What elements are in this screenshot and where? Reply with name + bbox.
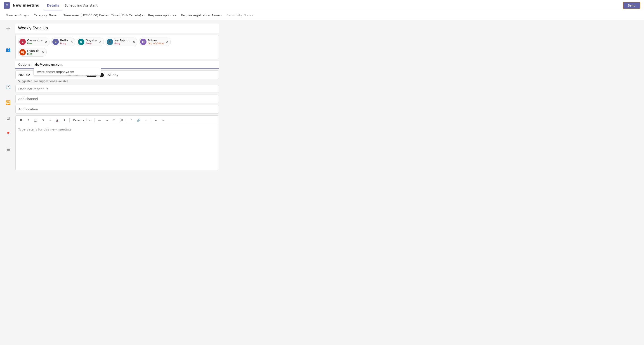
send-button[interactable]: Send [623,2,640,9]
chevron-down-icon: ▾ [175,14,176,17]
attendee-name: Onyeka [86,39,97,42]
show-as-label: Show as: Busy [6,14,27,17]
attendee-name: Hyun-Jin [27,49,40,53]
highlight-button[interactable]: ✦ [47,117,53,123]
font-size-button[interactable]: A [61,117,68,123]
timezone-label: Time zone: (UTC-05:00) Eastern Time (US … [64,14,141,17]
channel-icon: ⊡ [6,116,10,121]
tab-scheduling[interactable]: Scheduling Assistant [62,1,100,11]
quote-button[interactable]: “ [128,117,134,123]
attendee-status: Out of Office [148,42,164,45]
attendee-chip: M Mihae Out of Office ✕ [139,38,170,46]
remove-attendee-button[interactable]: ✕ [99,40,102,44]
category-label: Category: None [34,14,56,17]
tab-details[interactable]: Details [44,1,62,11]
redo-button[interactable]: ↪ [160,117,166,123]
attendee-chip: B Betty Busy ✕ [51,38,75,46]
header: ☰ New meeting Details Scheduling Assista… [0,0,644,11]
attendee-name: Joy Fajardo [114,39,130,42]
remove-attendee-button[interactable]: ✕ [42,51,44,54]
font-color-button[interactable]: A [54,117,60,123]
attendee-chip: O Onyeka Busy ✕ [77,38,104,46]
response-options-dropdown[interactable]: Response options ▾ [146,13,178,18]
chevron-down-icon: ▾ [46,87,48,91]
chevron-down-icon: ▾ [28,14,29,17]
attendee-chip: C Cassandra Free ✕ [18,38,50,46]
attendee-chip: JF Joy Fajardo Busy ✕ [106,38,138,46]
response-options-label: Response options [148,14,174,17]
undo-button[interactable]: ↩ [153,117,159,123]
location-icon: 📍 [6,131,10,136]
chevron-down-icon: ▾ [58,14,58,17]
attendee-chip: HJ Hyun-Jin Free ✕ [18,48,46,57]
attendee-name: Mihae [148,39,164,42]
header-tabs: Details Scheduling Assistant [44,1,100,11]
category-dropdown[interactable]: Category: None ▾ [32,13,60,18]
chevron-down-icon: ▾ [220,14,222,17]
paragraph-dropdown[interactable]: Paragraph ▾ [72,118,92,123]
editor-content[interactable]: Type details for this new meeting [16,125,218,170]
timezone-dropdown[interactable]: Time zone: (UTC-05:00) Eastern Time (US … [62,13,145,18]
remove-attendee-button[interactable]: ✕ [133,40,136,44]
avatar: HJ [20,49,26,56]
sensitivity-label: Sensitivity: None [227,14,251,17]
suggested-text: Suggested: No suggestions available. [15,79,219,83]
attendee-status: Busy [86,42,97,45]
remove-attendee-button[interactable]: ✕ [166,40,169,44]
avatar: JF [107,39,113,45]
clock-icon: 🕐 [6,85,10,89]
repeat-icon: 🔁 [6,100,10,105]
editor-toolbar: B I U S ✦ A A Paragraph ▾ ⇤ ⇥ ☰ ⑴ “ 🔗 [16,116,218,125]
optional-input[interactable] [34,63,216,66]
sensitivity-dropdown[interactable]: Sensitivity: None ▾ [225,13,255,18]
form-area: C Cassandra Free ✕ B Betty Busy ✕ O [15,24,219,170]
allday-label: All day [108,73,118,77]
invite-suggestion[interactable]: Invite abc@company.com [34,68,101,76]
page-title: New meeting [13,3,40,8]
attendee-name: Betty [60,39,68,42]
bold-button[interactable]: B [18,117,24,123]
avatar: O [78,39,84,45]
remove-attendee-button[interactable]: ✕ [70,40,73,44]
strikethrough-button[interactable]: S [40,117,46,123]
editor-box: B I U S ✦ A A Paragraph ▾ ⇤ ⇥ ☰ ⑴ “ 🔗 [15,115,219,170]
chevron-down-icon: ▾ [89,119,91,122]
attendee-status: Free [27,42,42,45]
require-registration-label: Require registration: None [181,14,220,17]
attendee-status: Busy [60,42,68,45]
chevron-down-icon: ▾ [252,14,254,17]
require-registration-dropdown[interactable]: Require registration: None ▾ [179,13,224,18]
remove-attendee-button[interactable]: ✕ [45,40,48,44]
optional-row: Optional: Invite abc@company.com [15,61,219,69]
attendee-name: Cassandra [27,39,42,42]
italic-button[interactable]: I [25,117,32,123]
repeat-row[interactable]: Does not repeat ▾ [15,85,219,93]
indent-right-button[interactable]: ⇥ [104,117,110,123]
toolbar: Show as: Busy ▾ Category: None ▾ Time zo… [0,11,644,20]
avatar: M [140,39,146,45]
underline-button[interactable]: U [32,117,39,123]
separator [94,118,94,122]
align-button[interactable]: ≡ [143,117,149,123]
link-button[interactable]: 🔗 [136,117,142,123]
repeat-label: Does not repeat [18,87,44,91]
avatar: B [52,39,59,45]
show-as-dropdown[interactable]: Show as: Busy ▾ [4,13,30,18]
pencil-icon: ✏ [6,26,10,31]
add-location-row[interactable]: Add location [15,105,219,114]
chevron-down-icon: ▾ [142,14,143,17]
indent-left-button[interactable]: ⇤ [96,117,102,123]
add-channel-label: Add channel [18,97,38,101]
attendee-status: Free [27,53,40,56]
add-location-label: Add location [18,108,38,111]
sidebar-icons: ✏ 👥 🕐 🔁 ⊡ 📍 ☰ [4,24,13,170]
attendee-status: Busy [114,42,130,45]
meeting-title-input[interactable] [15,24,219,33]
editor-placeholder: Type details for this new meeting [18,128,71,131]
numbered-list-button[interactable]: ⑴ [118,117,124,123]
bullet-list-button[interactable]: ☰ [111,117,117,123]
add-channel-row[interactable]: Add channel [15,95,219,103]
separator [151,118,151,122]
attendees-box: C Cassandra Free ✕ B Betty Busy ✕ O [15,35,219,59]
optional-label: Optional: [18,63,32,66]
